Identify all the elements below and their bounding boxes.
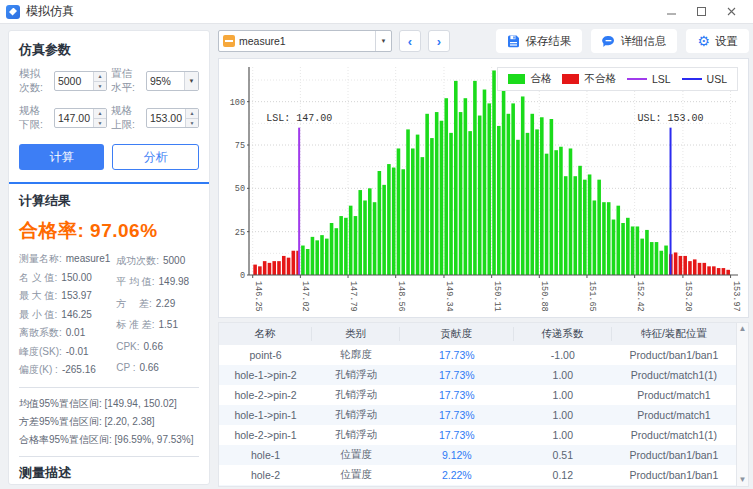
column-header[interactable]: 名称 <box>219 327 312 341</box>
chart-toolbar: measure1 ▼ ‹ › 保存结果 详细信息 ⚙ 设置 <box>218 28 749 54</box>
pass-bar <box>655 242 659 275</box>
table-cell: 1.00 <box>514 429 612 441</box>
table-row[interactable]: hole-2->pin-1孔销浮动17.73%1.00Product/match… <box>219 425 736 445</box>
pass-bar <box>387 164 391 275</box>
fail-bar <box>717 268 721 275</box>
chart-text: 146.25 <box>253 281 263 312</box>
legend-swatch <box>508 74 525 84</box>
calculate-button[interactable]: 计算 <box>19 144 104 170</box>
table-row[interactable]: hole-2->pin-2孔销浮动17.73%1.00Product/match… <box>219 385 736 405</box>
table-row[interactable]: point-6轮廓度17.73%-1.00Product/ban1/ban1 <box>219 345 736 365</box>
interval-line: 均值95%置信区间: [149.94, 150.02] <box>19 395 199 413</box>
table-row[interactable]: pin-1位置度0.00%0.00Product/diban/diban <box>219 485 736 486</box>
pass-bar <box>459 112 463 275</box>
legend-swatch <box>562 74 579 84</box>
stat-label: 最 小 值: <box>19 306 57 325</box>
table-cell: Product/ban1/ban1 <box>612 469 736 481</box>
pass-bar <box>559 147 563 275</box>
table-row[interactable]: hole-2位置度2.22%0.12Product/ban1/ban1 <box>219 465 736 485</box>
chart-text: 151.65 <box>587 281 597 312</box>
stat-value: 149.98 <box>159 273 190 292</box>
chart-text: 25 <box>235 228 245 238</box>
pass-bar <box>650 242 654 275</box>
column-header[interactable]: 贡献度 <box>400 327 514 341</box>
pass-bar <box>478 116 482 275</box>
column-header[interactable]: 类别 <box>312 327 400 341</box>
details-button[interactable]: 详细信息 <box>591 29 677 53</box>
confidence-select[interactable]: 95% ▼ <box>146 71 199 91</box>
stat-label: 平 均 值: <box>116 273 154 292</box>
pass-bar <box>659 251 663 275</box>
chart-text: 50 <box>235 184 245 194</box>
legend-label: 不合格 <box>584 72 616 86</box>
analyze-button[interactable]: 分析 <box>112 144 199 170</box>
measure-select[interactable]: measure1 ▼ <box>218 30 392 52</box>
table-cell: -1.00 <box>514 349 612 361</box>
pass-bar <box>511 103 515 275</box>
legend-item: USL <box>682 73 727 85</box>
pass-bar <box>526 133 530 275</box>
minimize-icon[interactable] <box>657 2 687 22</box>
spin-up-icon[interactable]: ▲ <box>94 72 106 82</box>
spin-up-icon[interactable]: ▲ <box>186 109 198 119</box>
stat-label: CP : <box>116 359 135 378</box>
stat-value: -0.01 <box>66 343 89 362</box>
stat-value: -265.16 <box>62 361 96 380</box>
table-scrollbar[interactable]: ▲ ▼ <box>736 323 748 486</box>
table-cell: 孔销浮动 <box>312 428 400 442</box>
chart-text: 153.20 <box>683 281 693 312</box>
next-button[interactable]: › <box>428 30 450 52</box>
stat-row: CP :0.66 <box>116 359 199 378</box>
stat-row: 方 差:2.29 <box>116 295 199 314</box>
spin-up-icon[interactable]: ▲ <box>94 109 106 119</box>
settings-button[interactable]: ⚙ 设置 <box>686 29 749 53</box>
close-icon[interactable] <box>717 2 747 22</box>
save-results-button[interactable]: 保存结果 <box>496 29 582 53</box>
fail-bar <box>688 261 692 275</box>
spin-down-icon[interactable]: ▼ <box>94 119 106 128</box>
table-row[interactable]: hole-1->pin-2孔销浮动17.73%1.00Product/match… <box>219 365 736 385</box>
histogram-chart: 合格不合格LSLUSL 0255075100LSL: 147.00USL: 15… <box>218 58 749 318</box>
stat-label: 方 差: <box>116 295 152 314</box>
sim-count-stepper[interactable]: 5000 ▲▼ <box>54 71 107 91</box>
save-results-label: 保存结果 <box>525 34 571 49</box>
pass-bar <box>507 114 511 275</box>
prev-button[interactable]: ‹ <box>399 30 421 52</box>
fail-bar <box>258 266 262 275</box>
spin-down-icon[interactable]: ▼ <box>186 119 198 128</box>
fail-bar <box>287 258 291 275</box>
spin-down-icon[interactable]: ▼ <box>94 82 106 91</box>
chart-text: 152.42 <box>635 281 645 312</box>
scroll-up-icon[interactable]: ▲ <box>739 325 747 333</box>
pass-bar <box>545 154 549 275</box>
table-row[interactable]: hole-1->pin-1孔销浮动17.73%1.00Product/match… <box>219 405 736 425</box>
stat-row: 最 大 值:153.97 <box>19 287 116 306</box>
fail-bar <box>693 259 697 275</box>
pass-bar <box>344 218 348 275</box>
stat-value: 150.00 <box>61 269 92 288</box>
scroll-down-icon[interactable]: ▼ <box>739 476 747 484</box>
table-row[interactable]: hole-1位置度9.12%0.51Product/ban1/ban1 <box>219 445 736 465</box>
chevron-down-icon[interactable]: ▼ <box>375 31 391 51</box>
lsl-stepper[interactable]: 147.00 ▲▼ <box>54 108 107 128</box>
chevron-down-icon[interactable]: ▼ <box>184 72 198 90</box>
fail-bar <box>703 263 707 275</box>
chart-text: 148.56 <box>396 281 406 312</box>
confidence-label: 置信水平: <box>111 67 138 95</box>
table-cell: hole-1 <box>219 449 312 461</box>
table-cell: Product/ban1/ban1 <box>612 449 736 461</box>
table-cell: hole-2->pin-1 <box>219 429 312 441</box>
maximize-icon[interactable] <box>687 2 717 22</box>
simulation-panel: 仿真参数 模拟次数: 5000 ▲▼ 置信水平: 95% ▼ 规格下限: 147… <box>8 30 210 485</box>
usl-stepper[interactable]: 153.00 ▲▼ <box>146 108 199 128</box>
chart-text: 150.88 <box>539 281 549 312</box>
pass-bar <box>349 206 353 275</box>
fail-bar <box>707 266 711 275</box>
stat-label: 最 大 值: <box>19 287 57 306</box>
column-header[interactable]: 传递系数 <box>514 327 612 341</box>
pass-bar <box>311 237 315 275</box>
column-header[interactable]: 特征/装配位置 <box>612 327 736 341</box>
pass-bar <box>401 169 405 275</box>
pass-bar <box>354 216 358 275</box>
table-cell: 1.00 <box>514 369 612 381</box>
